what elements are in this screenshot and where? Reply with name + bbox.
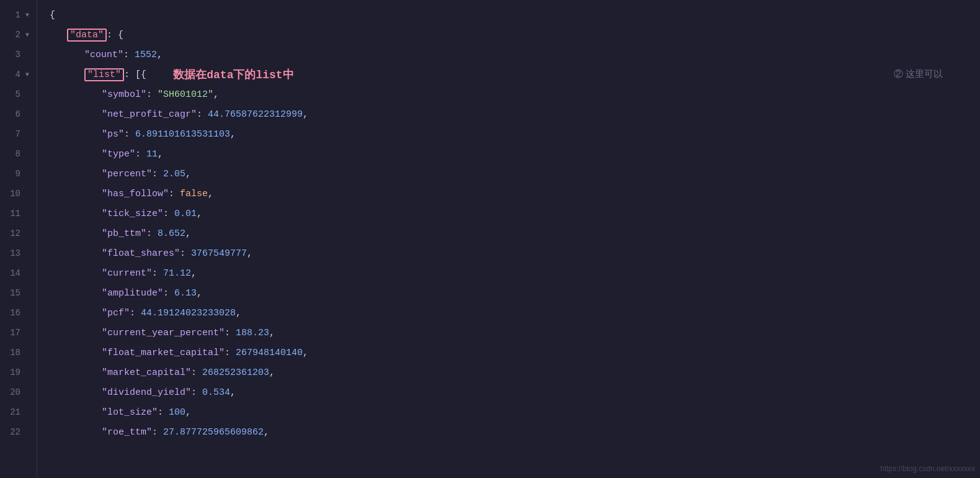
line-number-1: 1 — [0, 5, 37, 25]
code-line-8: "type": 11, — [37, 144, 980, 164]
fold-arrow[interactable] — [23, 189, 32, 198]
code-line-11: "tick_size": 0.01, — [37, 204, 980, 223]
json-key: "symbol" — [102, 89, 146, 100]
json-number: 2.05 — [163, 169, 185, 179]
code-line-3: "count": 1552, — [37, 45, 980, 65]
fold-arrow[interactable] — [23, 289, 32, 297]
line-number-19: 19 — [0, 363, 37, 382]
plain-text: , — [213, 89, 219, 100]
line-num-label: 14 — [10, 268, 20, 278]
json-number: 44.76587622312999 — [208, 109, 303, 120]
line-number-20: 20 — [0, 382, 37, 402]
json-string: "SH601012" — [158, 89, 213, 100]
plain-text: , — [185, 407, 191, 418]
code-line-13: "float_shares": 3767549777, — [37, 243, 980, 263]
plain-text: , — [197, 209, 202, 219]
fold-arrow[interactable] — [23, 388, 32, 397]
colon: : — [163, 288, 174, 299]
json-number: 100 — [169, 407, 185, 418]
fold-arrow[interactable] — [23, 90, 32, 99]
line-num-label: 9 — [16, 169, 20, 179]
json-key: "float_market_capital" — [102, 348, 225, 358]
plain-text: , — [236, 308, 241, 318]
fold-arrow[interactable] — [23, 209, 32, 218]
colon: : — [191, 368, 202, 378]
line-number-2: 2 — [0, 25, 37, 45]
key-highlighted: "list" — [84, 68, 124, 81]
fold-arrow[interactable] — [23, 229, 32, 238]
plain-text: , — [269, 368, 275, 378]
line-num-label: 22 — [10, 427, 20, 437]
side-annotation: ② 这里可以 — [894, 68, 943, 80]
colon: : — [135, 149, 146, 160]
plain-text: , — [264, 427, 269, 438]
json-number: 3767549777 — [191, 248, 247, 259]
colon: : — [163, 209, 174, 219]
line-number-3: 3 — [0, 45, 37, 65]
fold-arrow[interactable] — [23, 428, 32, 436]
colon: : — [197, 109, 208, 120]
watermark: https://blog.csdn.net/xxxxxxx — [880, 464, 975, 473]
line-number-16: 16 — [0, 303, 37, 323]
json-key: "count" — [84, 50, 123, 60]
line-number-22: 22 — [0, 422, 37, 442]
json-number: 6.13 — [174, 288, 197, 299]
plain-text: , — [157, 50, 163, 60]
code-line-15: "amplitude": 6.13, — [37, 283, 980, 303]
line-number-18: 18 — [0, 343, 37, 363]
line-number-5: 5 — [0, 84, 37, 104]
json-number: 1552 — [135, 50, 157, 60]
fold-arrow[interactable] — [23, 328, 32, 337]
line-num-label: 10 — [10, 189, 20, 199]
fold-arrow[interactable] — [23, 150, 32, 158]
fold-arrow[interactable] — [23, 309, 32, 317]
fold-arrow[interactable] — [23, 130, 32, 138]
json-key: "type" — [102, 149, 135, 160]
line-num-label: 17 — [10, 328, 20, 338]
fold-arrow[interactable] — [23, 348, 32, 357]
line-number-15: 15 — [0, 283, 37, 303]
fold-arrow[interactable] — [23, 169, 32, 178]
colon: : — [191, 387, 202, 398]
fold-arrow[interactable] — [23, 368, 32, 377]
line-number-13: 13 — [0, 243, 37, 263]
fold-arrow[interactable] — [23, 70, 32, 79]
fold-arrow[interactable] — [23, 408, 32, 417]
colon: : — [124, 129, 135, 140]
colon: : — [180, 248, 191, 259]
code-line-4: "list": [{ 数据在data下的list中 — [37, 65, 980, 84]
plain-text: , — [208, 189, 213, 199]
json-key: "net_profit_cagr" — [102, 109, 197, 120]
fold-arrow[interactable] — [23, 11, 32, 19]
fold-arrow[interactable] — [23, 30, 32, 39]
json-boolean: false — [180, 189, 208, 199]
fold-arrow[interactable] — [23, 110, 32, 119]
code-line-14: "current": 71.12, — [37, 263, 980, 283]
line-number-4: 4 — [0, 65, 37, 84]
json-number: 267948140140 — [236, 348, 303, 358]
fold-arrow[interactable] — [23, 269, 32, 277]
json-key: "current_year_percent" — [102, 328, 225, 338]
json-number: 0.01 — [174, 209, 197, 219]
plain-text: , — [230, 129, 236, 140]
line-num-label: 11 — [10, 209, 20, 219]
code-line-5: "symbol": "SH601012", — [37, 84, 980, 104]
line-numbers: 12345678910111213141516171819202122 — [0, 0, 37, 478]
code-line-19: "market_capital": 268252361203, — [37, 363, 980, 382]
colon: : — [152, 169, 163, 179]
code-line-21: "lot_size": 100, — [37, 402, 980, 422]
json-number: 27.877725965609862 — [163, 427, 264, 438]
line-num-label: 18 — [10, 348, 20, 358]
line-num-label: 2 — [16, 30, 20, 40]
colon: : — [225, 328, 236, 338]
line-num-label: 16 — [10, 308, 20, 318]
fold-arrow[interactable] — [23, 50, 32, 59]
code-area: {"data": {"count": 1552,"list": [{ 数据在da… — [37, 0, 980, 478]
line-number-12: 12 — [0, 223, 37, 243]
json-number: 44.19124023233028 — [141, 308, 236, 318]
colon: : — [152, 268, 163, 279]
code-line-7: "ps": 6.891101613531103, — [37, 124, 980, 144]
colon: : — [158, 407, 169, 418]
line-num-label: 1 — [16, 10, 20, 20]
fold-arrow[interactable] — [23, 249, 32, 258]
